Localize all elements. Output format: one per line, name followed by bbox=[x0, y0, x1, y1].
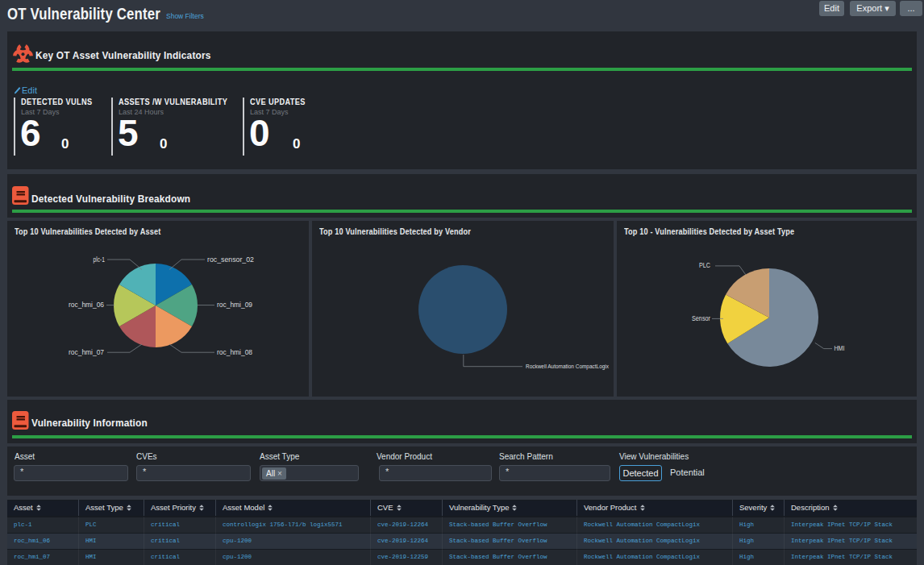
svg-text:HMI: HMI bbox=[835, 345, 845, 352]
svg-text:plc-1: plc-1 bbox=[94, 256, 106, 264]
svg-text:Rockwell Automation CompactLog: Rockwell Automation CompactLogix bbox=[526, 363, 609, 370]
svg-text:roc_hmi_08: roc_hmi_08 bbox=[217, 349, 252, 356]
svg-text:roc_hmi_09: roc_hmi_09 bbox=[217, 301, 252, 309]
svg-text:roc_hmi_07: roc_hmi_07 bbox=[69, 349, 104, 356]
svg-text:Sensor: Sensor bbox=[692, 315, 710, 322]
svg-text:PLC: PLC bbox=[699, 262, 710, 269]
svg-text:roc_hmi_06: roc_hmi_06 bbox=[69, 301, 104, 309]
svg-text:roc_sensor_02: roc_sensor_02 bbox=[207, 256, 254, 264]
